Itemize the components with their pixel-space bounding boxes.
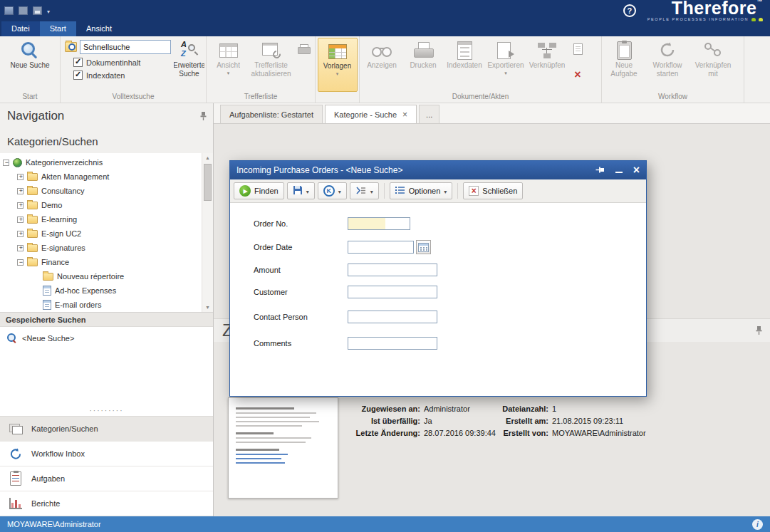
tree-scrollbar[interactable]	[202, 153, 213, 312]
info-icon[interactable]	[752, 519, 763, 530]
expand-icon[interactable]	[17, 188, 24, 194]
schnellsuche-input[interactable]	[80, 40, 171, 54]
tree-item[interactable]: Akten Management	[0, 169, 213, 184]
ribbon-tab-ansicht[interactable]: Ansicht	[76, 21, 122, 36]
category-picker-button[interactable]: K	[318, 182, 347, 199]
dokumentinhalt-checkbox[interactable]: Dokumentinhalt	[65, 58, 171, 67]
order-no-input[interactable]	[348, 217, 410, 230]
saved-search-item[interactable]: <Neue Suche>	[7, 333, 206, 343]
ribbon: Neue Suche Start Dokumentinhalt	[0, 36, 770, 103]
expand-icon[interactable]	[17, 202, 24, 209]
document-preview-thumbnail[interactable]	[228, 397, 338, 499]
vorlagen-button[interactable]: Vorlagen	[318, 38, 358, 92]
comments-label: Comments	[254, 339, 348, 348]
drucken-label: Drucken	[410, 61, 436, 70]
indexdaten-checkbox[interactable]: Indexdaten	[65, 71, 171, 80]
quick-search-scope-icon[interactable]	[65, 42, 77, 52]
main-content: Aufgabenliste: Gestartet Kategorie - Suc…	[214, 103, 770, 516]
trefferliste-aktualisieren-button[interactable]: Trefferliste aktualisieren	[249, 38, 293, 92]
verknuepfen-mit-button[interactable]: Verknüpfen mit	[690, 38, 736, 92]
expand-icon[interactable]	[17, 245, 24, 251]
drucken-button[interactable]: Drucken	[402, 38, 444, 92]
operators-button[interactable]	[350, 182, 379, 199]
expand-icon[interactable]	[17, 174, 24, 180]
schliessen-button[interactable]: Schließen	[463, 182, 523, 199]
ribbon-group-vorlagen: Vorlagen	[316, 36, 360, 103]
finden-button[interactable]: Finden	[234, 182, 284, 199]
collapse-icon[interactable]	[3, 160, 9, 166]
saved-searches-header[interactable]: Gespeicherte Suchen	[0, 312, 213, 327]
workflow-starten-button[interactable]: Workflow starten	[645, 38, 690, 92]
app-icon[interactable]	[4, 6, 14, 15]
quick-access-icon[interactable]	[19, 6, 28, 15]
globe-icon	[13, 158, 22, 167]
erweiterte-suche-label: Erweiterte Suche	[174, 61, 204, 78]
optionen-button[interactable]: Optionen	[390, 182, 453, 199]
help-icon[interactable]: ?	[623, 4, 636, 17]
pin-icon[interactable]	[199, 111, 207, 121]
order-date-input[interactable]	[348, 241, 414, 254]
sidebar-item-workflow-inbox[interactable]: Workflow Inbox	[0, 442, 213, 466]
sidebar-item-berichte[interactable]: Berichte	[0, 491, 213, 516]
neue-suche-button[interactable]: Neue Suche	[9, 38, 51, 92]
folder-icon	[27, 173, 38, 181]
tree-item[interactable]: Nouveau répertoire	[0, 269, 213, 283]
search-dialog: Incoming Purchase Orders - <Neue Suche> …	[229, 160, 647, 397]
calendar-button[interactable]	[416, 240, 431, 254]
quick-access-toolbar	[4, 6, 50, 15]
dialog-close-icon[interactable]	[633, 165, 640, 175]
ribbon-tab-datei[interactable]: Datei	[1, 21, 40, 36]
quick-access-caret-icon[interactable]	[47, 6, 50, 15]
tree-item[interactable]: E-sign UC2	[0, 226, 213, 241]
verknuepfen-button[interactable]: Verknüpfen	[526, 38, 568, 92]
neue-aufgabe-label: Neue Aufgabe	[603, 61, 645, 78]
scrollbar-thumb[interactable]	[204, 164, 212, 201]
expand-icon[interactable]	[17, 231, 24, 237]
comments-input[interactable]	[348, 337, 437, 350]
reports-chart-icon	[9, 498, 22, 509]
amount-input[interactable]	[348, 264, 437, 276]
tab-overflow[interactable]: ...	[419, 105, 439, 123]
tree-item[interactable]: Consultancy	[0, 184, 213, 198]
dialog-minimize-icon[interactable]	[615, 172, 623, 173]
tab-aufgabenliste-gestartet[interactable]: Aufgabenliste: Gestartet	[220, 105, 323, 123]
indexdaten-button[interactable]: Indexdaten	[444, 38, 485, 92]
erweiterte-suche-button[interactable]: Erweiterte Suche	[174, 38, 204, 92]
tree-item[interactable]: Demo	[0, 198, 213, 212]
ribbon-tab-start[interactable]: Start	[40, 21, 76, 36]
customer-input[interactable]	[348, 286, 437, 298]
dialog-pin-icon[interactable]	[595, 166, 605, 175]
chevron-down-icon	[306, 187, 309, 195]
panel-splitter[interactable]	[0, 406, 213, 416]
tree-item[interactable]: Ad-hoc Expenses	[0, 283, 213, 298]
vorlagen-label: Vorlagen	[323, 62, 351, 71]
pin-icon[interactable]	[755, 325, 763, 335]
print-list-button[interactable]	[296, 42, 311, 56]
contact-person-label: Contact Person	[254, 313, 348, 321]
delete-document-button[interactable]	[570, 68, 586, 82]
tree-item[interactable]: Kategorienverzeichnis	[0, 155, 213, 169]
expand-icon[interactable]	[17, 217, 24, 223]
anzeigen-button[interactable]: Anzeigen	[361, 38, 402, 92]
neue-aufgabe-button[interactable]: Neue Aufgabe	[603, 38, 645, 92]
dialog-title-bar[interactable]: Incoming Purchase Orders - <Neue Suche>	[230, 161, 646, 179]
exportieren-button[interactable]: Exportieren	[485, 38, 526, 92]
ansicht-button[interactable]: Ansicht	[208, 38, 249, 92]
order-date-label: Order Date	[254, 243, 348, 251]
sidebar-item-aufgaben[interactable]: Aufgaben	[0, 466, 213, 491]
collapse-icon[interactable]	[17, 259, 24, 266]
checkout-document-button[interactable]	[570, 42, 586, 56]
tree-item[interactable]: E-learning	[0, 212, 213, 226]
tree-item[interactable]: Finance	[0, 255, 213, 269]
save-icon[interactable]	[33, 6, 42, 15]
folder-icon	[27, 244, 38, 252]
sidebar-item-kategorien-suchen[interactable]: Kategorien/Suchen	[0, 417, 213, 442]
contact-person-input[interactable]	[348, 311, 437, 323]
close-tab-icon[interactable]	[402, 110, 407, 120]
verknuepfen-mit-label: Verknüpfen mit	[690, 61, 736, 78]
view-glasses-icon	[372, 46, 392, 56]
tree-item[interactable]: E-signatures	[0, 241, 213, 255]
save-search-button[interactable]	[287, 182, 315, 199]
tree-item[interactable]: E-mail orders	[0, 298, 213, 312]
tab-kategorie-suche[interactable]: Kategorie - Suche	[325, 105, 417, 123]
